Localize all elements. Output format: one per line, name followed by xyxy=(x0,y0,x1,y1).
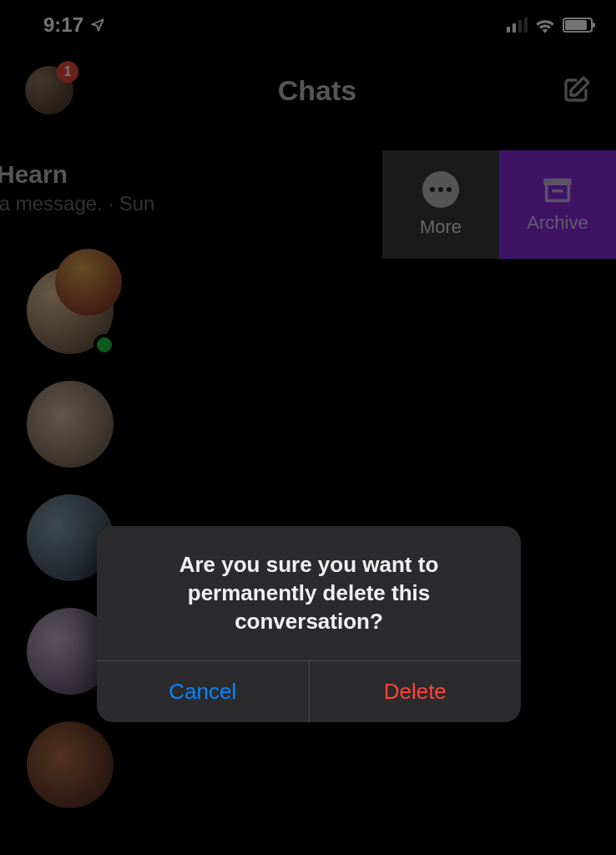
cellular-signal-icon xyxy=(507,18,528,33)
wifi-icon xyxy=(534,17,556,33)
status-bar: 9:17 xyxy=(0,0,616,50)
swipe-actions: More Archive xyxy=(382,150,616,259)
page-title: Chats xyxy=(278,74,356,107)
my-profile-avatar[interactable]: 1 xyxy=(25,66,73,114)
location-arrow-icon xyxy=(90,18,105,33)
app-header: 1 Chats xyxy=(0,50,616,130)
chat-row-reveal[interactable]: Hearn nt a message. · Sun xyxy=(0,160,154,215)
more-label: More xyxy=(420,216,462,238)
status-time: 9:17 xyxy=(43,13,83,37)
delete-confirmation-dialog: Are you sure you want to permanently del… xyxy=(97,526,521,722)
chat-name: Hearn xyxy=(0,160,154,189)
svg-rect-0 xyxy=(543,179,571,185)
chat-subtitle: nt a message. · Sun xyxy=(0,192,154,215)
unread-badge: 1 xyxy=(57,61,78,83)
chat-avatar[interactable] xyxy=(27,381,114,468)
archive-icon xyxy=(541,175,574,204)
archive-button[interactable]: Archive xyxy=(499,150,616,259)
dialog-message: Are you sure you want to permanently del… xyxy=(97,526,521,660)
chat-avatar[interactable] xyxy=(27,721,114,808)
delete-button[interactable]: Delete xyxy=(309,661,522,722)
more-icon xyxy=(422,171,459,208)
battery-icon xyxy=(563,18,593,33)
chat-avatar[interactable] xyxy=(27,267,114,354)
more-button[interactable]: More xyxy=(382,150,499,259)
online-indicator xyxy=(93,334,115,356)
archive-label: Archive xyxy=(527,212,588,234)
compose-icon[interactable] xyxy=(561,75,591,105)
cancel-button[interactable]: Cancel xyxy=(97,661,309,722)
